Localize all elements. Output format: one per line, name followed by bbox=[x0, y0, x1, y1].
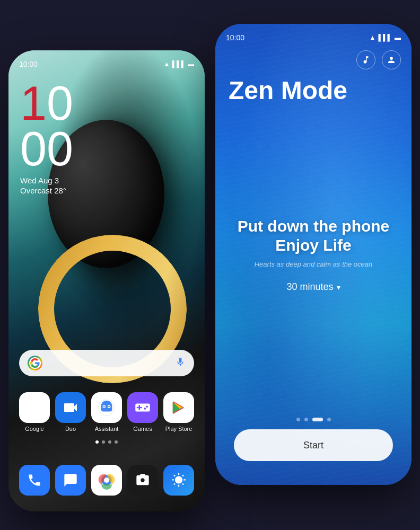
zen-duration-value: 30 minutes bbox=[286, 281, 333, 293]
phone1-homescreen: 10:00 ▲ ▌▌▌ ▬ 1 0 00 Wed Aug 3 Overcast … bbox=[8, 50, 205, 511]
phone-dock-icon[interactable] bbox=[19, 465, 50, 496]
zen-dot-1 bbox=[296, 418, 300, 421]
svg-point-6 bbox=[104, 478, 109, 483]
zen-time: 10:00 bbox=[226, 33, 244, 42]
dock-item-messages[interactable] bbox=[55, 465, 86, 496]
weather-dock-icon[interactable] bbox=[163, 465, 194, 496]
camera-dock-icon[interactable] bbox=[127, 465, 158, 496]
phone1-clock: 1 0 00 Wed Aug 3 Overcast 28° bbox=[20, 82, 73, 195]
page-dot-4 bbox=[115, 440, 118, 444]
zen-duration-selector[interactable]: 30 minutes ▾ bbox=[229, 281, 398, 293]
phones-container: 10:00 ▲ ▌▌▌ ▬ 1 0 00 Wed Aug 3 Overcast … bbox=[0, 0, 420, 530]
zen-page-indicator bbox=[215, 418, 412, 421]
zen-dot-3 bbox=[312, 418, 323, 421]
games-app-icon[interactable] bbox=[127, 392, 158, 423]
svg-point-4 bbox=[108, 406, 110, 408]
phone1-status-bar: 10:00 ▲ ▌▌▌ ▬ bbox=[19, 60, 194, 68]
app-item-playstore[interactable]: Play Store bbox=[163, 392, 194, 432]
chrome-dock-icon[interactable] bbox=[91, 465, 122, 496]
zen-dot-4 bbox=[327, 418, 331, 421]
zen-battery-icon: ▬ bbox=[395, 34, 401, 41]
wifi-icon: ▲ bbox=[164, 60, 170, 68]
zen-status-bar: 10:00 ▲ ▌▌▌ ▬ bbox=[226, 33, 401, 42]
phone2-zenmode: 10:00 ▲ ▌▌▌ ▬ Zen Mode bbox=[215, 24, 412, 485]
zen-title-section: Zen Mode bbox=[229, 77, 347, 105]
zen-music-icon[interactable] bbox=[356, 50, 375, 69]
zen-status-icons: ▲ ▌▌▌ ▬ bbox=[370, 34, 401, 41]
games-app-label: Games bbox=[133, 426, 152, 432]
google-logo bbox=[28, 356, 42, 370]
assistant-app-label: Assistant bbox=[95, 426, 119, 432]
page-indicator bbox=[8, 440, 205, 444]
playstore-app-label: Play Store bbox=[165, 426, 192, 432]
zen-wifi-icon: ▲ bbox=[370, 34, 376, 41]
clock-weather: Overcast 28° bbox=[20, 186, 73, 195]
clock-hour-first-digit: 1 bbox=[20, 82, 47, 125]
app-item-games[interactable]: Games bbox=[127, 392, 158, 432]
clock-hour-second-digit: 0 bbox=[47, 82, 73, 125]
dock-item-phone[interactable] bbox=[19, 465, 50, 496]
phone1-status-icons: ▲ ▌▌▌ ▬ bbox=[164, 60, 194, 68]
signal-icon: ▌▌▌ bbox=[172, 60, 186, 68]
zen-profile-icon[interactable] bbox=[382, 50, 401, 69]
app-item-google[interactable]: Google bbox=[19, 392, 50, 432]
duo-app-icon[interactable] bbox=[55, 392, 86, 423]
zen-start-label: Start bbox=[303, 440, 323, 451]
svg-point-3 bbox=[103, 406, 105, 408]
page-dot-2 bbox=[102, 440, 105, 444]
clock-minutes: 00 bbox=[20, 128, 73, 171]
mic-icon[interactable] bbox=[175, 357, 186, 370]
dock-item-chrome[interactable] bbox=[91, 465, 122, 496]
app-item-assistant[interactable]: Assistant bbox=[91, 392, 122, 432]
zen-dropdown-arrow-icon[interactable]: ▾ bbox=[337, 282, 340, 291]
zen-signal-icon: ▌▌▌ bbox=[378, 34, 392, 41]
zen-top-icons bbox=[356, 50, 401, 69]
clock-hour: 1 0 bbox=[20, 82, 73, 125]
zen-heading: Put down the phoneEnjoy Life bbox=[229, 217, 398, 255]
assistant-app-icon[interactable] bbox=[91, 392, 122, 423]
zen-mode-title: Zen Mode bbox=[229, 77, 347, 105]
page-dot-3 bbox=[108, 440, 111, 444]
clock-date: Wed Aug 3 bbox=[20, 176, 73, 185]
zen-start-button[interactable]: Start bbox=[234, 429, 393, 461]
app-grid: Google Duo bbox=[16, 392, 197, 432]
zen-dot-2 bbox=[304, 418, 308, 421]
google-app-icon[interactable] bbox=[19, 392, 50, 423]
battery-icon: ▬ bbox=[188, 60, 194, 68]
google-app-label: Google bbox=[25, 426, 43, 432]
playstore-app-icon[interactable] bbox=[163, 392, 194, 423]
zen-subtitle: Hearts as deep and calm as the ocean bbox=[229, 260, 398, 268]
page-dot-1 bbox=[95, 440, 99, 444]
app-item-duo[interactable]: Duo bbox=[55, 392, 86, 432]
zen-main-content: Put down the phoneEnjoy Life Hearts as d… bbox=[215, 217, 412, 293]
phone1-time: 10:00 bbox=[19, 60, 38, 68]
search-bar[interactable] bbox=[19, 350, 194, 376]
phone-dock bbox=[16, 465, 197, 496]
dock-item-weather[interactable] bbox=[163, 465, 194, 496]
dock-item-camera[interactable] bbox=[127, 465, 158, 496]
duo-app-label: Duo bbox=[65, 426, 76, 432]
messages-dock-icon[interactable] bbox=[55, 465, 86, 496]
